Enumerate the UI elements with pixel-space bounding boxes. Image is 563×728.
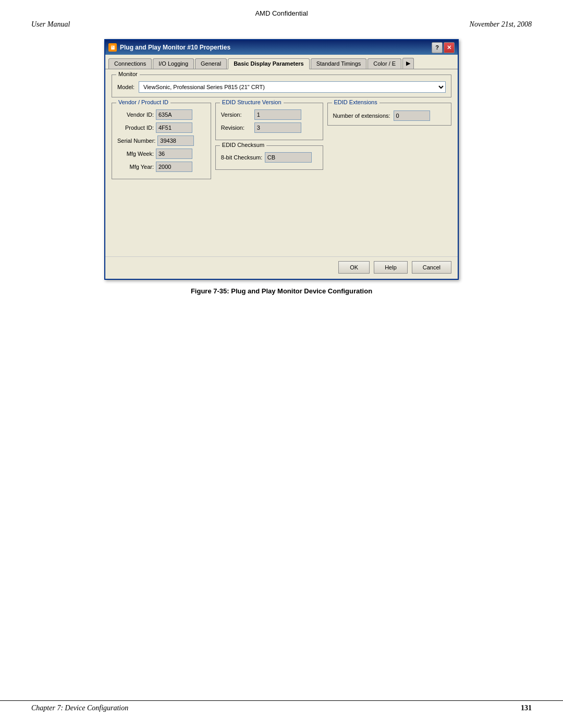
serial-number-label: Serial Number: [117, 138, 155, 144]
edid-checksum-group: EDID Checksum 8-bit Checksum: [215, 145, 323, 170]
edid-version-group-title: EDID Structure Version [220, 99, 284, 105]
dialog-body: Monitor Model: ViewSonic, Professional S… [105, 69, 458, 256]
revision-input[interactable] [254, 122, 301, 133]
revision-label: Revision: [221, 125, 252, 131]
tab-io-logging[interactable]: I/O Logging [153, 58, 194, 69]
edid-version-group: EDID Structure Version Version: Revision… [215, 103, 323, 140]
title-icon: 🖥 [108, 43, 117, 52]
tab-standard-timings[interactable]: Standard Timings [311, 58, 367, 69]
version-input[interactable] [254, 109, 301, 120]
revision-row: Revision: [221, 122, 317, 133]
checksum-group-title: EDID Checksum [220, 142, 266, 148]
vendor-id-row: Vendor ID: [117, 109, 205, 120]
serial-number-input[interactable] [157, 135, 194, 146]
title-bar-buttons: ? ✕ [432, 42, 455, 53]
vendor-id-input[interactable] [156, 109, 192, 120]
product-id-label: Product ID: [117, 125, 154, 131]
num-ext-label: Number of extensions: [333, 113, 390, 119]
spacer [112, 189, 451, 251]
monitor-group-title: Monitor [116, 71, 140, 77]
version-label: Version: [221, 112, 252, 118]
edid-ext-col: EDID Extensions Number of extensions: [327, 103, 452, 184]
mfg-year-row: Mfg Year: [117, 162, 205, 172]
figure-caption: Figure 7-35: Plug and Play Monitor Devic… [31, 287, 532, 295]
mfg-week-input[interactable] [156, 149, 192, 159]
mfg-week-row: Mfg Week: [117, 149, 205, 159]
page-header-title: AMD Confidential [0, 0, 563, 19]
vendor-fields: Vendor ID: Product ID: Serial Number: [117, 109, 205, 172]
edid-ext-group: EDID Extensions Number of extensions: [327, 103, 452, 126]
mfg-year-input[interactable] [156, 162, 192, 172]
cancel-button[interactable]: Cancel [412, 261, 451, 274]
vendor-col: Vendor / Product ID Vendor ID: Product I… [112, 103, 211, 184]
dialog-title: Plug and Play Monitor #10 Properties [120, 44, 230, 51]
dialog-footer: OK Help Cancel [105, 256, 458, 279]
vendor-id-label: Vendor ID: [117, 112, 154, 118]
num-ext-row: Number of extensions: [333, 110, 446, 121]
ok-button[interactable]: OK [338, 261, 370, 274]
checksum-label: 8-bit Checksum: [221, 154, 263, 161]
tab-connections[interactable]: Connections [108, 58, 152, 69]
page-footer: Chapter 7: Device Configuration 131 [0, 700, 563, 712]
dialog-window: 🖥 Plug and Play Monitor #10 Properties ?… [104, 39, 459, 280]
tab-general[interactable]: General [195, 58, 227, 69]
product-id-input[interactable] [156, 122, 192, 133]
tab-color[interactable]: Color / E [368, 58, 401, 69]
edid-version-fields: Version: Revision: [221, 109, 317, 133]
checksum-row: 8-bit Checksum: [221, 152, 317, 163]
page-number: 131 [521, 704, 532, 712]
version-row: Version: [221, 109, 317, 120]
help-button[interactable]: Help [374, 261, 408, 274]
page-header-left: User Manual [31, 20, 70, 29]
mfg-year-label: Mfg Year: [117, 164, 154, 170]
monitor-group: Monitor Model: ViewSonic, Professional S… [112, 75, 451, 97]
mfg-week-label: Mfg Week: [117, 151, 154, 157]
model-label: Model: [117, 84, 134, 90]
tab-bar: Connections I/O Logging General Basic Di… [105, 55, 458, 69]
checksum-input[interactable] [265, 152, 312, 163]
help-title-btn[interactable]: ? [432, 42, 443, 53]
footer-left: Chapter 7: Device Configuration [31, 704, 128, 712]
close-title-btn[interactable]: ✕ [444, 42, 455, 53]
three-cols: Vendor / Product ID Vendor ID: Product I… [112, 103, 451, 184]
serial-number-row: Serial Number: [117, 135, 205, 146]
vendor-group-title: Vendor / Product ID [116, 99, 170, 105]
edid-ext-group-title: EDID Extensions [332, 99, 380, 105]
product-id-row: Product ID: [117, 122, 205, 133]
tab-more-btn[interactable]: ▶ [402, 58, 414, 69]
edid-version-col: EDID Structure Version Version: Revision… [215, 103, 323, 184]
monitor-row: Model: ViewSonic, Professional Series P8… [117, 81, 446, 93]
vendor-group: Vendor / Product ID Vendor ID: Product I… [112, 103, 211, 179]
tab-basic-display[interactable]: Basic Display Parameters [228, 58, 310, 69]
model-select[interactable]: ViewSonic, Professional Series P815 (21"… [139, 81, 446, 93]
title-bar: 🖥 Plug and Play Monitor #10 Properties ?… [105, 40, 458, 55]
page-header-right: November 21st, 2008 [470, 20, 532, 29]
num-ext-input[interactable] [394, 110, 430, 121]
